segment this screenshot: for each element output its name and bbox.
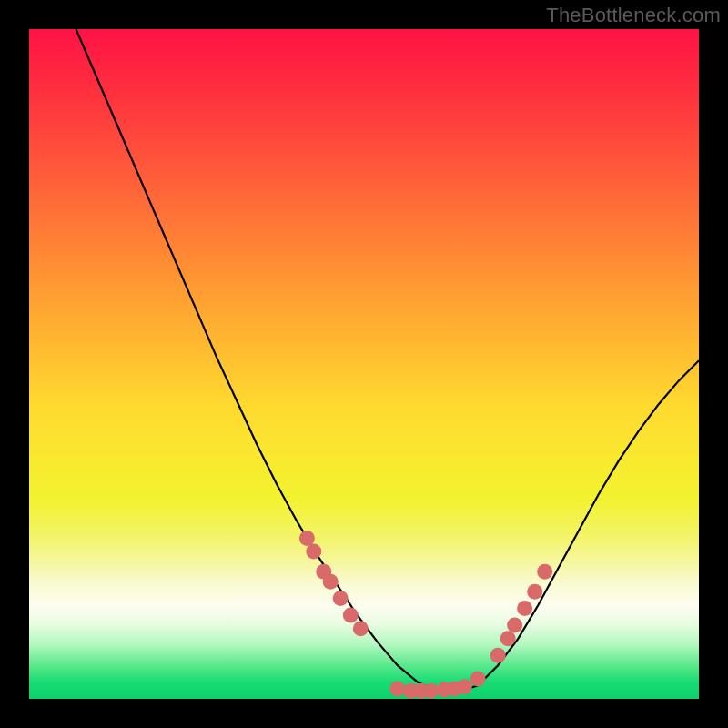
data-marker [343, 608, 359, 623]
watermark-text: TheBottleneck.com [546, 4, 721, 27]
data-marker [457, 679, 472, 694]
data-marker-group [299, 531, 552, 699]
data-marker [389, 682, 405, 697]
data-marker [490, 648, 506, 663]
data-marker [507, 618, 522, 633]
data-marker [517, 601, 532, 616]
data-marker [323, 574, 339, 590]
data-marker [470, 671, 486, 686]
data-marker [537, 564, 552, 580]
data-marker [299, 531, 315, 546]
plot-area [29, 29, 699, 699]
data-marker [306, 544, 321, 560]
data-marker [423, 683, 439, 699]
data-marker [500, 631, 516, 646]
bottleneck-curve [76, 29, 700, 693]
chart-svg [29, 29, 699, 699]
data-marker [353, 621, 369, 636]
data-marker [527, 584, 542, 600]
data-marker [333, 591, 349, 606]
chart-frame: TheBottleneck.com [0, 0, 728, 728]
